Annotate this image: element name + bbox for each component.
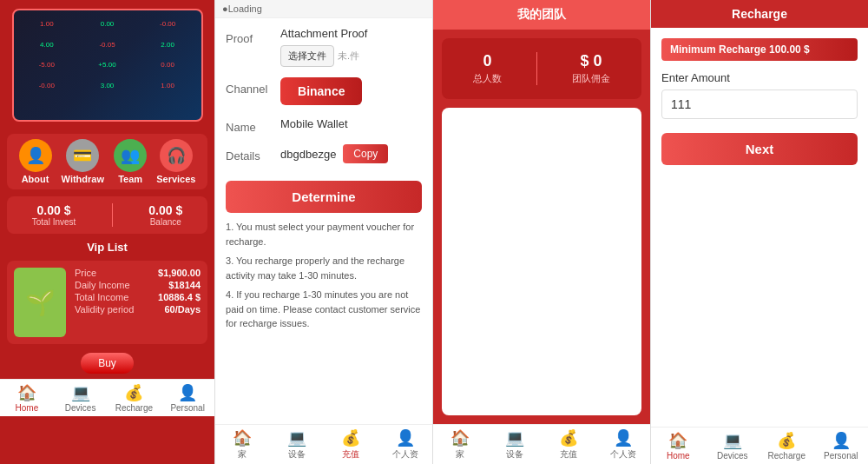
channel-button[interactable]: Binance — [280, 77, 362, 105]
personal-icon-mid2: 👤 — [614, 428, 633, 447]
team-icon: 👥 — [114, 139, 147, 172]
withdraw-label: Withdraw — [62, 174, 104, 184]
details-label: Details — [226, 144, 273, 162]
team-members-value: 0 — [473, 52, 502, 70]
nav-recharge-label-mid2: 充值 — [560, 448, 577, 461]
nav-devices-mid[interactable]: 💻 设备 — [270, 425, 325, 464]
stats-divider — [112, 203, 113, 227]
devices-icon-mid2: 💻 — [505, 428, 524, 447]
left-bottom-nav: 🏠 Home 💻 Devices 💰 Recharge 👤 Personal — [0, 379, 214, 416]
balance-label: Balance — [148, 217, 182, 227]
channel-row: Channel Binance — [226, 77, 422, 105]
nav-devices-label-mid2: 设备 — [506, 448, 523, 461]
proof-content: Attachment Proof 选择文件 未.件 — [280, 27, 422, 67]
team-header: 我的团队 — [433, 0, 650, 30]
services-label: Services — [156, 174, 195, 184]
nav-personal-label-mid2: 个人资 — [610, 448, 636, 461]
details-content: dbgdbezge Copy — [280, 144, 422, 163]
nav-home-label-mid2: 家 — [456, 448, 464, 461]
nav-devices-label-mid: 设备 — [288, 448, 306, 461]
recharge-icon-mid2: 💰 — [559, 428, 578, 447]
team-body — [442, 108, 641, 415]
nav-devices-mid2[interactable]: 💻 设备 — [488, 425, 542, 464]
nav-devices-label-right: Devices — [717, 451, 748, 461]
buy-button[interactable]: Buy — [81, 353, 134, 374]
vip-total-label: Total Income — [75, 292, 128, 302]
balance-value: 0.00 $ — [148, 203, 182, 217]
nav-home-left[interactable]: 🏠 Home — [0, 380, 54, 416]
stock-num-1: 1.00 — [17, 14, 77, 34]
total-invest-stat: 0.00 $ Total Invest — [32, 203, 76, 227]
mid-bottom-nav: 🏠 家 💻 设备 💰 充值 👤 个人资 — [215, 424, 432, 464]
nav-recharge-mid2[interactable]: 💰 充值 — [542, 425, 596, 464]
nav-devices-right[interactable]: 💻 Devices — [706, 428, 760, 464]
recharge-header: Recharge — [651, 0, 868, 28]
personal-icon-right: 👤 — [832, 431, 851, 450]
nav-recharge-label-mid: 充值 — [342, 448, 359, 461]
devices-icon-right: 💻 — [723, 431, 742, 450]
services-button[interactable]: 🎧 Services — [156, 139, 195, 184]
recharge-icon-mid: 💰 — [341, 428, 360, 447]
channel-content: Binance — [280, 77, 422, 105]
nav-home-right[interactable]: 🏠 Home — [651, 428, 706, 464]
team-members-label: 总人数 — [473, 72, 502, 85]
copy-button[interactable]: Copy — [343, 144, 388, 163]
attachment-title: Attachment Proof — [280, 27, 422, 40]
info-line-1: 1. You must select your payment voucher … — [226, 220, 422, 249]
home-icon-mid: 🏠 — [233, 428, 252, 447]
nav-personal-mid[interactable]: 👤 个人资 — [378, 425, 433, 464]
info-line-2: 3. You recharge properly and the recharg… — [226, 254, 422, 282]
vip-price-label: Price — [75, 268, 96, 278]
next-button[interactable]: Next — [661, 133, 858, 165]
nav-home-label-right: Home — [667, 451, 690, 461]
nav-personal-mid2[interactable]: 👤 个人资 — [596, 425, 651, 464]
vip-plant-image: 🌱 — [14, 268, 66, 337]
team-button[interactable]: 👥 Team — [114, 139, 147, 184]
total-invest-label: Total Invest — [32, 217, 76, 227]
vip-daily-label: Daily Income — [75, 280, 130, 290]
stock-num-2: 0.00 — [77, 14, 137, 34]
details-value: dbgdbezge — [280, 148, 336, 161]
vip-validity-label: Validity period — [75, 304, 134, 315]
total-invest-value: 0.00 $ — [32, 203, 76, 217]
nav-devices-left[interactable]: 💻 Devices — [54, 380, 108, 416]
nav-recharge-left[interactable]: 💰 Recharge — [108, 380, 161, 416]
team-commission-stat: $ 0 团队佣金 — [572, 52, 610, 85]
nav-home-mid2[interactable]: 🏠 家 — [433, 425, 488, 464]
panel-left: 1.00 0.00 -0.00 4.00 -0.05 2.00 -5.00 +5… — [0, 0, 214, 464]
vip-list-label: Vip List — [0, 241, 214, 254]
team-stats-divider — [536, 52, 537, 85]
home-icon-mid2: 🏠 — [450, 428, 470, 447]
loading-text: ●Loading — [222, 3, 262, 14]
file-row: 选择文件 未.件 — [280, 45, 422, 67]
services-icon: 🎧 — [160, 139, 193, 172]
devices-icon-left: 💻 — [71, 383, 90, 402]
nav-home-mid[interactable]: 🏠 家 — [215, 425, 270, 464]
nav-personal-left[interactable]: 👤 Personal — [161, 380, 214, 416]
panel-right: Recharge Minimum Recharge 100.00 $ Enter… — [650, 0, 868, 464]
nav-recharge-mid[interactable]: 💰 充值 — [324, 425, 378, 464]
personal-icon-mid: 👤 — [396, 428, 415, 447]
vip-daily-value: $18144 — [168, 280, 201, 290]
about-button[interactable]: 👤 About — [19, 139, 52, 184]
nav-personal-right[interactable]: 👤 Personal — [814, 428, 868, 464]
stock-num-10: -0.00 — [17, 76, 77, 96]
amount-input[interactable] — [661, 89, 858, 119]
determine-button[interactable]: Determine — [226, 181, 422, 213]
file-chooser-button[interactable]: 选择文件 — [280, 45, 334, 67]
name-content: Mobile Wallet — [280, 116, 422, 131]
about-label: About — [22, 174, 49, 184]
channel-label: Channel — [226, 77, 273, 96]
min-recharge-badge: Minimum Recharge 100.00 $ — [661, 38, 858, 61]
withdraw-button[interactable]: 💳 Withdraw — [62, 139, 104, 184]
home-icon-left: 🏠 — [17, 383, 36, 402]
vip-info: Price $1,900.00 Daily Income $18144 Tota… — [75, 268, 201, 337]
nav-recharge-right[interactable]: 💰 Recharge — [760, 428, 814, 464]
personal-icon-left: 👤 — [178, 383, 197, 402]
home-icon-right: 🏠 — [668, 431, 687, 450]
main-icon-row: 👤 About 💳 Withdraw 👥 Team 🎧 Services — [7, 134, 207, 189]
recharge-icon-right: 💰 — [777, 431, 796, 450]
nav-home-label-mid: 家 — [238, 448, 247, 461]
nav-home-label-left: Home — [16, 403, 39, 413]
vip-total-value: 10886.4 $ — [158, 292, 201, 302]
